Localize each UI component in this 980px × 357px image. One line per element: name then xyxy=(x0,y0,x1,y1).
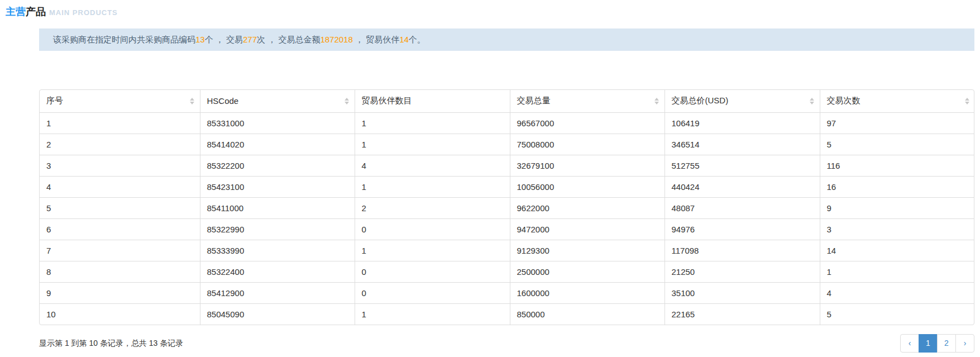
pagination-prev-link[interactable]: ‹ xyxy=(900,334,919,353)
pagination-page-1-link[interactable]: 1 xyxy=(919,334,938,353)
summary-text-segment: 该采购商在指定时间内共采购商品编码 xyxy=(53,35,195,44)
sort-caret-up-icon xyxy=(190,98,194,101)
table-row: 98541290001600000351004 xyxy=(40,282,974,303)
table-footer: 显示第 1 到第 10 条记录，总共 13 条记录 ‹12› xyxy=(39,334,974,353)
table-cell: 3 xyxy=(820,218,974,240)
table-cell: 8 xyxy=(40,261,200,282)
table-cell: 9622000 xyxy=(510,197,665,218)
page-title: 主营产品MAIN PRODUCTS xyxy=(6,4,980,20)
table-cell: 7 xyxy=(40,240,200,261)
table-cell: 850000 xyxy=(510,303,665,325)
column-header-label: HSCode xyxy=(207,96,239,106)
column-header[interactable]: 交易总价(USD) xyxy=(665,90,820,112)
table-row: 10850450901850000221655 xyxy=(40,303,974,325)
table-cell: 48087 xyxy=(665,197,820,218)
sort-icon xyxy=(965,98,969,104)
table-body: 1853310001965670001064199728541402017500… xyxy=(40,112,974,325)
table-row: 2854140201750080003465145 xyxy=(40,134,974,155)
table-cell: 85414020 xyxy=(200,134,355,155)
table-cell: 35100 xyxy=(665,282,820,303)
sort-caret-down-icon xyxy=(810,102,814,104)
table-cell: 10056000 xyxy=(510,176,665,197)
column-header[interactable]: 交易总量 xyxy=(510,90,665,112)
sort-caret-down-icon xyxy=(654,102,659,104)
sort-caret-down-icon xyxy=(190,102,194,104)
sort-caret-down-icon xyxy=(345,102,349,104)
table-cell: 9472000 xyxy=(510,218,665,240)
pagination-next-link[interactable]: › xyxy=(955,334,974,353)
pagination-page-2-link[interactable]: 2 xyxy=(937,334,956,353)
pagination-prev[interactable]: ‹ xyxy=(900,334,919,353)
table-cell: 85411000 xyxy=(200,197,355,218)
sort-icon xyxy=(190,98,194,104)
column-header[interactable]: 序号 xyxy=(40,90,200,112)
table-cell: 1 xyxy=(355,240,510,261)
pagination-page-2[interactable]: 2 xyxy=(938,334,956,353)
table-cell: 85322990 xyxy=(200,218,355,240)
table-cell: 106419 xyxy=(665,112,820,134)
table-cell: 5 xyxy=(820,303,974,325)
table-cell: 1 xyxy=(355,176,510,197)
sort-icon xyxy=(654,98,659,104)
sort-icon xyxy=(810,98,814,104)
table-cell: 1 xyxy=(355,303,510,325)
table-cell: 1 xyxy=(355,112,510,134)
table-cell: 16 xyxy=(820,176,974,197)
summary-text-segment: 个 ， 交易 xyxy=(205,35,243,44)
products-table-container: 序号HSCode贸易伙伴数目交易总量交易总价(USD)交易次数 18533100… xyxy=(39,89,974,325)
sort-caret-up-icon xyxy=(810,98,814,101)
column-header-label: 交易次数 xyxy=(827,96,861,105)
column-header[interactable]: HSCode xyxy=(200,90,355,112)
column-header: 贸易伙伴数目 xyxy=(355,90,510,112)
table-cell: 4 xyxy=(40,176,200,197)
table-cell: 5 xyxy=(40,197,200,218)
table-cell: 85412900 xyxy=(200,282,355,303)
table-cell: 1 xyxy=(820,261,974,282)
table-cell: 117098 xyxy=(665,240,820,261)
table-cell: 346514 xyxy=(665,134,820,155)
table-row: 7853339901912930011709814 xyxy=(40,240,974,261)
table-cell: 22165 xyxy=(665,303,820,325)
summary-text: 该采购商在指定时间内共采购商品编码13个 ， 交易277次 ， 交易总金额187… xyxy=(53,35,426,45)
table-cell: 10 xyxy=(40,303,200,325)
table-cell: 94976 xyxy=(665,218,820,240)
table-cell: 9 xyxy=(820,197,974,218)
table-cell: 85322400 xyxy=(200,261,355,282)
table-cell: 0 xyxy=(355,282,510,303)
summary-text-segment: ， 贸易伙伴 xyxy=(353,35,399,44)
column-header[interactable]: 交易次数 xyxy=(820,90,974,112)
pagination-page-1[interactable]: 1 xyxy=(919,334,938,353)
table-cell: 0 xyxy=(355,218,510,240)
table-cell: 3 xyxy=(40,155,200,176)
table-header-row: 序号HSCode贸易伙伴数目交易总量交易总价(USD)交易次数 xyxy=(40,90,974,112)
table-cell: 1600000 xyxy=(510,282,665,303)
summary-number: 1872018 xyxy=(320,35,352,44)
table-row: 88532240002500000212501 xyxy=(40,261,974,282)
table-row: 68532299009472000949763 xyxy=(40,218,974,240)
table-row: 18533100019656700010641997 xyxy=(40,112,974,134)
table-cell: 9 xyxy=(40,282,200,303)
sort-caret-up-icon xyxy=(345,98,349,101)
table-cell: 2500000 xyxy=(510,261,665,282)
table-cell: 85045090 xyxy=(200,303,355,325)
summary-number: 13 xyxy=(195,35,205,44)
summary-number: 14 xyxy=(399,35,409,44)
record-count-info: 显示第 1 到第 10 条记录，总共 13 条记录 xyxy=(39,339,183,349)
table-cell: 96567000 xyxy=(510,112,665,134)
table-cell: 0 xyxy=(355,261,510,282)
table-cell: 75008000 xyxy=(510,134,665,155)
pagination-next[interactable]: › xyxy=(956,334,974,353)
column-header-label: 交易总价(USD) xyxy=(672,96,729,105)
table-row: 48542310011005600044042416 xyxy=(40,176,974,197)
table-cell: 6 xyxy=(40,218,200,240)
summary-text-segment: 个。 xyxy=(409,35,426,44)
table-cell: 116 xyxy=(820,155,974,176)
table-cell: 1 xyxy=(355,134,510,155)
page-subtitle: MAIN PRODUCTS xyxy=(49,8,118,17)
table-cell: 21250 xyxy=(665,261,820,282)
table-cell: 85331000 xyxy=(200,112,355,134)
table-cell: 1 xyxy=(40,112,200,134)
sort-caret-up-icon xyxy=(654,98,659,101)
column-header-label: 贸易伙伴数目 xyxy=(362,96,412,105)
summary-number: 277 xyxy=(243,35,257,44)
